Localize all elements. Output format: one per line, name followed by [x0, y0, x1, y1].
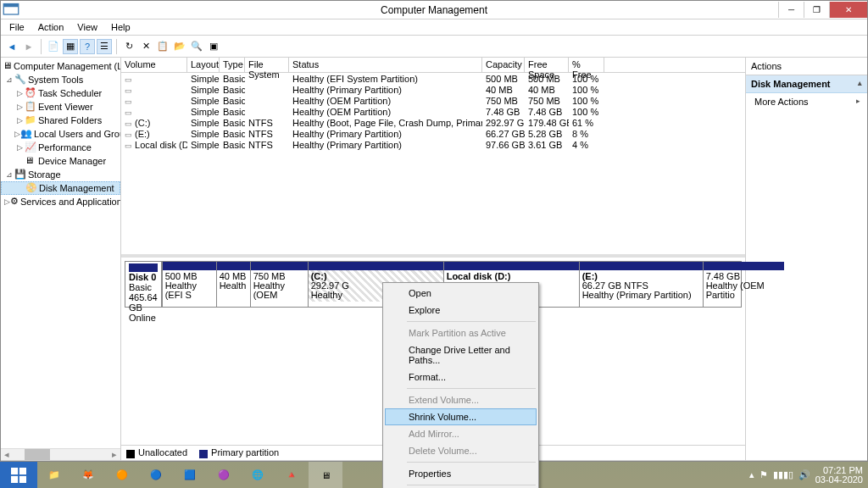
volume-list[interactable]: Volume Layout Type File System Status Ca…	[121, 58, 745, 258]
disk-name: Disk 0	[129, 272, 158, 282]
menu-file[interactable]: File	[3, 20, 31, 34]
context-menu-item: Extend Volume...	[385, 391, 537, 408]
actions-pane: Actions Disk Management More Actions	[745, 58, 867, 460]
partition[interactable]: 40 MBHealth	[216, 262, 250, 307]
context-menu-separator	[407, 485, 536, 485]
toolbar-separator	[41, 39, 42, 54]
taskbar-app[interactable]: 🔵	[139, 462, 173, 488]
forward-button[interactable]: ►	[21, 39, 36, 54]
partition[interactable]: 7.48 GBHealthy (OEM Partitio	[703, 262, 784, 307]
context-menu-item[interactable]: Open	[385, 285, 537, 302]
volume-row[interactable]: SimpleBasicHealthy (OEM Partition)750 MB…	[121, 95, 745, 106]
toolbar-btn-4[interactable]: ☰	[97, 39, 112, 54]
partition[interactable]: (E:)66.27 GB NTFSHealthy (Primary Partit…	[579, 262, 703, 307]
tray-flag-icon[interactable]: ⚑	[760, 469, 768, 480]
volume-row[interactable]: Local disk (D:)SimpleBasicNTFSHealthy (P…	[121, 139, 745, 150]
tree-item[interactable]: ▷📈Performance	[1, 141, 120, 154]
volume-header[interactable]: Volume Layout Type File System Status Ca…	[121, 58, 745, 73]
refresh-button[interactable]: ↻	[121, 39, 136, 54]
taskbar-app[interactable]: 🦊	[71, 462, 105, 488]
actions-more[interactable]: More Actions	[746, 93, 867, 110]
navigation-tree[interactable]: 🖥Computer Management (Local ⊿🔧System Too…	[1, 58, 121, 460]
toolbar: ◄ ► 📄 ▦ ? ☰ ↻ ✕ 📋 📂 🔍 ▣	[1, 36, 867, 58]
volume-row[interactable]: SimpleBasicHealthy (OEM Partition)7.48 G…	[121, 106, 745, 117]
toolbar-btn-5[interactable]: 📋	[155, 39, 170, 54]
disk-status: Online	[129, 313, 158, 323]
col-pctfree[interactable]: % Free	[569, 58, 604, 72]
volume-row[interactable]: (E:)SimpleBasicNTFSHealthy (Primary Part…	[121, 128, 745, 139]
toolbar-btn-6[interactable]: 📂	[172, 39, 187, 54]
clock[interactable]: 07:21 PM 03-04-2020	[815, 466, 863, 485]
toolbar-btn-3[interactable]: ?	[80, 39, 95, 54]
close-button[interactable]: ✕	[829, 2, 867, 18]
context-menu-item: Add Mirror...	[385, 425, 537, 442]
start-button[interactable]	[0, 462, 37, 488]
col-status[interactable]: Status	[289, 58, 482, 72]
tree-disk-management[interactable]: 📀Disk Management	[1, 181, 120, 195]
taskbar-app-explorer[interactable]: 📁	[37, 462, 71, 488]
restore-button[interactable]: ❐	[804, 2, 829, 18]
taskbar-app-vlc[interactable]: 🔺	[275, 462, 309, 488]
toolbar-btn-1[interactable]: 📄	[46, 39, 61, 54]
context-menu[interactable]: OpenExploreMark Partition as ActiveChang…	[382, 282, 539, 488]
taskbar-app[interactable]: 🟠	[105, 462, 139, 488]
context-menu-item[interactable]: Format...	[385, 369, 537, 385]
tree-services[interactable]: ▷⚙Services and Applications	[1, 195, 120, 208]
col-type[interactable]: Type	[220, 58, 245, 72]
svg-rect-2	[11, 468, 18, 474]
volume-row[interactable]: SimpleBasicHealthy (EFI System Partition…	[121, 73, 745, 84]
titlebar[interactable]: Computer Management ─ ❐ ✕	[1, 1, 867, 19]
col-capacity[interactable]: Capacity	[482, 58, 525, 72]
tray-up-icon[interactable]: ▴	[749, 469, 754, 480]
toolbar-btn-7[interactable]: 🔍	[189, 39, 204, 54]
menubar: File Action View Help	[1, 19, 867, 36]
tray-volume-icon[interactable]: 🔊	[798, 469, 810, 480]
toolbar-btn-x[interactable]: ✕	[138, 39, 153, 54]
tree-item[interactable]: ▷⏰Task Scheduler	[1, 86, 120, 100]
taskbar-app-active[interactable]: 🖥	[309, 462, 342, 488]
svg-rect-1	[3, 3, 19, 7]
tree-storage[interactable]: ⊿💾Storage	[1, 168, 120, 181]
col-freespace[interactable]: Free Space	[525, 58, 569, 72]
tree-item[interactable]: ▷👥Local Users and Groups	[1, 127, 120, 141]
volume-row[interactable]: (C:)SimpleBasicNTFSHealthy (Boot, Page F…	[121, 117, 745, 128]
toolbar-btn-2[interactable]: ▦	[63, 39, 78, 54]
system-tray[interactable]: ▴ ⚑ ▮▮▮▯ 🔊 07:21 PM 03-04-2020	[749, 466, 868, 485]
menu-action[interactable]: Action	[31, 20, 71, 34]
context-menu-separator	[407, 388, 536, 389]
col-layout[interactable]: Layout	[187, 58, 220, 72]
tree-item[interactable]: ▷📋Event Viewer	[1, 100, 120, 114]
back-button[interactable]: ◄	[4, 39, 19, 54]
taskbar-app-chrome[interactable]: 🌐	[241, 462, 275, 488]
col-filesystem[interactable]: File System	[245, 58, 289, 72]
clock-time: 07:21 PM	[815, 466, 863, 475]
minimize-button[interactable]: ─	[778, 2, 804, 18]
tree-system-tools[interactable]: ⊿🔧System Tools	[1, 73, 120, 86]
partition[interactable]: 750 MBHealthy (OEM	[250, 262, 308, 307]
volume-row[interactable]: SimpleBasicHealthy (Primary Partition)40…	[121, 84, 745, 95]
tree-item[interactable]: 🖥Device Manager	[1, 154, 120, 168]
menu-help[interactable]: Help	[104, 20, 137, 34]
actions-title: Actions	[746, 58, 867, 75]
tree-item[interactable]: ▷📁Shared Folders	[1, 114, 120, 127]
actions-heading[interactable]: Disk Management	[746, 75, 867, 93]
context-menu-item[interactable]: Properties	[385, 465, 537, 482]
toolbar-btn-8[interactable]: ▣	[206, 39, 221, 54]
context-menu-item[interactable]: Change Drive Letter and Paths...	[385, 341, 537, 369]
taskbar-app[interactable]: 🟣	[207, 462, 241, 488]
menu-view[interactable]: View	[70, 20, 104, 34]
partition[interactable]: 500 MBHealthy (EFI S	[162, 262, 216, 307]
col-volume[interactable]: Volume	[121, 58, 187, 72]
context-menu-item: Mark Partition as Active	[385, 324, 537, 341]
window-title: Computer Management	[381, 4, 487, 16]
tree-scrollbar[interactable]: ◂▸	[1, 448, 120, 460]
context-menu-separator	[407, 321, 536, 322]
context-menu-item[interactable]: Shrink Volume...	[385, 408, 537, 425]
taskbar-app[interactable]: 🟦	[173, 462, 207, 488]
tray-network-icon[interactable]: ▮▮▮▯	[773, 469, 793, 480]
tree-root[interactable]: 🖥Computer Management (Local	[1, 59, 120, 73]
disk-info[interactable]: Disk 0 Basic 465.64 GB Online	[125, 262, 162, 307]
svg-rect-5	[19, 475, 26, 482]
context-menu-item[interactable]: Explore	[385, 302, 537, 319]
svg-rect-4	[11, 475, 18, 482]
